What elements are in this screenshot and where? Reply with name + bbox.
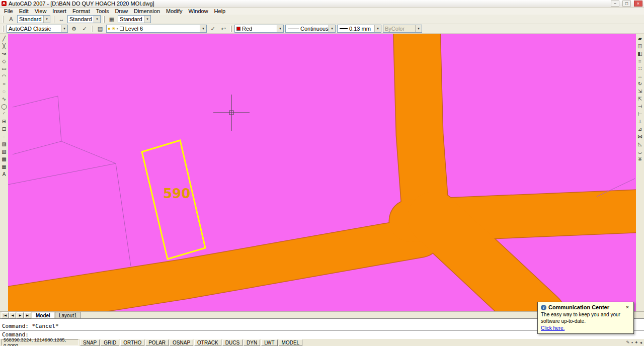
spline-icon[interactable]: ∿ — [1, 95, 8, 103]
menu-item-window[interactable]: Window — [185, 8, 211, 15]
construction-line-icon[interactable]: ╳ — [1, 42, 8, 50]
copy-icon[interactable]: ◫ — [636, 42, 644, 50]
ellipse-icon[interactable]: ◯ — [1, 103, 8, 110]
menu-item-file[interactable]: File — [1, 8, 16, 15]
color-combo[interactable]: Red ▾ — [234, 25, 284, 33]
toolbar-grip[interactable] — [53, 16, 54, 23]
drawing-canvas[interactable]: 590 — [8, 34, 636, 311]
scale-icon[interactable]: ⇲ — [636, 88, 644, 95]
balloon-close-icon[interactable]: ✕ — [624, 304, 630, 310]
status-toggle-snap[interactable]: SNAP — [80, 339, 100, 346]
multiline-text-icon[interactable]: A — [1, 170, 8, 178]
move-icon[interactable]: ↔ — [636, 72, 644, 80]
workspace-combo[interactable]: AutoCAD Classic ▾ — [7, 25, 68, 33]
circle-icon[interactable]: ○ — [1, 80, 8, 88]
table-icon[interactable]: ▦ — [1, 163, 8, 170]
chamfer-icon[interactable]: ◺ — [636, 140, 644, 148]
menu-item-insert[interactable]: Insert — [49, 8, 69, 15]
chevron-down-icon[interactable]: ▾ — [94, 16, 100, 23]
dim-style-combo[interactable]: Standard ▾ — [67, 15, 101, 23]
menu-item-help[interactable]: Help — [211, 8, 229, 15]
toolbar-grip[interactable] — [3, 26, 4, 32]
menu-item-view[interactable]: View — [32, 8, 50, 15]
toolbar-grip[interactable] — [3, 16, 4, 23]
make-block-icon[interactable]: ⊡ — [1, 125, 8, 133]
chevron-down-icon[interactable]: ▾ — [144, 16, 150, 23]
minimize-button[interactable]: − — [611, 1, 619, 7]
line-icon[interactable]: ╱ — [1, 35, 8, 42]
table-style-icon[interactable]: ▦ — [107, 15, 116, 23]
close-button[interactable]: × — [634, 1, 642, 7]
maximize-button[interactable]: □ — [622, 1, 631, 7]
trim-icon[interactable]: ⊣ — [636, 103, 644, 110]
toolbar-grip[interactable] — [230, 26, 232, 32]
revision-cloud-icon[interactable]: ◌ — [1, 88, 8, 95]
status-toggle-grid[interactable]: GRID — [101, 339, 119, 346]
tab-model[interactable]: Model — [32, 312, 54, 318]
last-layout-button[interactable]: ▶| — [24, 312, 31, 318]
lineweight-combo[interactable]: 0.13 mm ▾ — [337, 25, 381, 33]
status-toggle-osnap[interactable]: OSNAP — [170, 339, 193, 346]
chevron-down-icon[interactable]: ▾ — [43, 16, 50, 23]
polyline-icon[interactable]: ↝ — [1, 50, 8, 57]
region-icon[interactable]: ▩ — [1, 155, 8, 163]
linetype-combo[interactable]: Continuous ▾ — [285, 25, 336, 33]
text-style-combo[interactable]: Standard ▾ — [17, 15, 50, 23]
status-toggle-ortho[interactable]: ORTHO — [120, 339, 144, 346]
layer-lock-icon[interactable]: ▪ — [117, 26, 118, 31]
join-icon[interactable]: ⋈ — [636, 133, 644, 140]
table-style-combo[interactable]: Standard ▾ — [118, 15, 151, 23]
make-object-layer-current-icon[interactable]: ✓ — [208, 25, 217, 33]
balloon-click-here-link[interactable]: Click here. — [541, 325, 565, 331]
mirror-icon[interactable]: ◧ — [636, 50, 644, 57]
tray-arrow-icon[interactable]: ◂ — [639, 340, 642, 345]
rectangle-icon[interactable]: ▭ — [1, 65, 8, 72]
ellipse-arc-icon[interactable]: ◜ — [1, 110, 8, 118]
annotation-tray-icon[interactable]: ✎ — [626, 340, 630, 345]
chevron-down-icon[interactable]: ▾ — [277, 25, 283, 32]
gradient-icon[interactable]: ▧ — [1, 148, 8, 155]
lock-tray-icon[interactable]: ▪ — [631, 340, 633, 345]
menu-item-draw[interactable]: Draw — [112, 8, 131, 15]
layer-previous-icon[interactable]: ↩ — [219, 25, 228, 33]
chevron-down-icon[interactable]: ▾ — [329, 25, 335, 32]
my-workspace-icon[interactable]: ✓ — [80, 25, 89, 33]
hatch-icon[interactable]: ▨ — [1, 140, 8, 148]
layer-color-swatch[interactable] — [120, 27, 124, 31]
chevron-down-icon[interactable]: ▾ — [374, 25, 381, 32]
fillet-icon[interactable]: ◡ — [636, 148, 644, 155]
insert-block-icon[interactable]: ⊞ — [1, 118, 8, 125]
status-toggle-polar[interactable]: POLAR — [145, 339, 169, 346]
menu-item-edit[interactable]: Edit — [16, 8, 32, 15]
first-layout-button[interactable]: |◀ — [2, 312, 9, 318]
point-icon[interactable]: ∙ — [1, 133, 8, 140]
tab-layout1[interactable]: Layout1 — [55, 312, 81, 318]
chevron-down-icon[interactable]: ▾ — [200, 25, 206, 32]
status-toggle-lwt[interactable]: LWT — [261, 339, 277, 346]
next-layout-button[interactable]: ▶ — [17, 312, 24, 318]
layer-on-bulb-icon[interactable]: ● — [108, 26, 110, 31]
workspace-settings-icon[interactable]: ⚙ — [69, 25, 78, 33]
arc-icon[interactable]: ◠ — [1, 72, 8, 80]
status-toggle-otrack[interactable]: OTRACK — [194, 339, 221, 346]
stretch-icon[interactable]: ⇱ — [636, 95, 644, 103]
communication-center-tray-icon[interactable]: ✦ — [634, 340, 638, 345]
toolbar-grip[interactable] — [103, 16, 105, 23]
status-toggle-model[interactable]: MODEL — [279, 339, 303, 346]
layer-properties-manager-icon[interactable]: ▤ — [96, 25, 105, 33]
status-toggle-dyn[interactable]: DYN — [244, 339, 260, 346]
array-icon[interactable]: ∷ — [636, 65, 644, 72]
rotate-icon[interactable]: ↻ — [636, 80, 644, 88]
layer-combo[interactable]: ● ☀ ▪ Level 6 ▾ — [106, 25, 207, 33]
status-toggle-ducs[interactable]: DUCS — [222, 339, 243, 346]
toolbar-grip[interactable] — [92, 26, 93, 32]
extend-icon[interactable]: ⊢ — [636, 110, 644, 118]
previous-layout-button[interactable]: ◀ — [9, 312, 16, 318]
menu-item-dimension[interactable]: Dimension — [131, 8, 163, 15]
break-icon[interactable]: ⊿ — [636, 125, 644, 133]
coordinate-readout[interactable]: 568390.3224, 1214980.1285, 0.0000 — [1, 339, 78, 346]
break-at-point-icon[interactable]: ⊥ — [636, 118, 644, 125]
menu-item-tools[interactable]: Tools — [93, 8, 112, 15]
chevron-down-icon[interactable]: ▾ — [61, 25, 67, 32]
text-style-icon[interactable]: A — [7, 15, 16, 23]
